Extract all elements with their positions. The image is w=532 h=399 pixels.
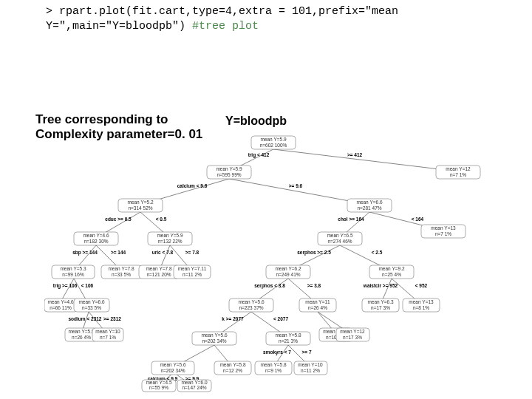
svg-text:n=33 5%: n=33 5% [112, 272, 131, 277]
svg-line-1 [273, 149, 458, 171]
node-n43: mean Y=13 n=8 1% [403, 299, 440, 312]
svg-text:n=147 24%: n=147 24% [182, 385, 206, 390]
svg-text:serphos < 3.8: serphos < 3.8 [254, 283, 285, 289]
svg-text:mean Y=5.2: mean Y=5.2 [127, 200, 154, 205]
node-n161: mean Y=6.0 n=147 24% [177, 380, 211, 392]
svg-text:n=202 34%: n=202 34% [202, 338, 226, 344]
svg-text:mean Y=5.6: mean Y=5.6 [160, 362, 186, 367]
svg-text:mean Y=5.8: mean Y=5.8 [275, 332, 301, 338]
node-n162: mean Y=5.8 n=9 1% [255, 361, 292, 375]
svg-text:mean Y=6.5: mean Y=6.5 [327, 233, 353, 238]
svg-text:mean Y=5.9: mean Y=5.9 [216, 166, 242, 171]
svg-text:< 2.5: < 2.5 [372, 250, 383, 255]
svg-text:n=314 52%: n=314 52% [128, 205, 152, 211]
svg-text:n=26 4%: n=26 4% [72, 335, 91, 340]
svg-text:mean Y=6.6: mean Y=6.6 [356, 200, 383, 205]
svg-text:n=7 1%: n=7 1% [435, 231, 451, 236]
svg-text:n=9 1%: n=9 1% [265, 368, 282, 373]
svg-text:mean Y=6.0: mean Y=6.0 [181, 380, 208, 385]
svg-text:< 952: < 952 [415, 283, 428, 288]
svg-text:smokyrs < 7: smokyrs < 7 [263, 349, 291, 355]
svg-text:n=11 2%: n=11 2% [301, 368, 320, 373]
svg-text:< 106: < 106 [81, 283, 94, 288]
node-n5: mean Y=6.6 n=281 47% chol >= 164 < 164 [338, 199, 423, 222]
svg-text:mean Y=4.5: mean Y=4.5 [146, 380, 172, 385]
svg-text:n=66 11%: n=66 11% [50, 305, 72, 310]
node-n40: mean Y=5.6 n=223 37% k >= 2077 < 2077 [222, 299, 288, 321]
svg-text:n=8 1%: n=8 1% [413, 305, 429, 310]
svg-text:n=249 41%: n=249 41% [276, 272, 300, 277]
svg-text:mean Y=12: mean Y=12 [446, 166, 471, 171]
node-n16: mean Y=5.3 n=99 16% trig >= 106 < 106 [52, 265, 95, 289]
node-n4: mean Y=5.2 n=314 52% educ >= 0.5 < 0.5 [105, 199, 166, 222]
node-n160: mean Y=4.5 n=55 9% [142, 380, 176, 392]
node-n33: mean Y=6.6 n=33 5% sodium < 2312 >= 2312 [69, 299, 122, 321]
svg-text:n=595 99%: n=595 99% [216, 172, 241, 177]
code-comment: #tree plot [192, 20, 259, 33]
chart-title: Y=bloodpb [225, 115, 287, 128]
svg-text:mean Y=13: mean Y=13 [431, 225, 456, 231]
node-n163: mean Y=10 n=11 2% [294, 361, 327, 375]
svg-text:n=182 30%: n=182 30% [83, 239, 108, 244]
svg-text:n=602 100%: n=602 100% [260, 143, 287, 148]
node-n80: mean Y=5.6 n=202 34% [192, 332, 236, 345]
node-n32: mean Y=4.6 n=66 11% [44, 299, 78, 312]
svg-text:>= 412: >= 412 [347, 152, 363, 157]
node-n19: mean Y=7.11 n=11 2% [174, 265, 211, 279]
svg-text:n=26 4%: n=26 4% [308, 305, 327, 310]
caption-line-1: Tree corresponding to [35, 112, 202, 127]
svg-text:n=132 22%: n=132 22% [157, 239, 182, 244]
svg-text:mean Y=5.9: mean Y=5.9 [260, 137, 287, 142]
node-n161p: mean Y=5.8 n=12 2% [214, 361, 251, 375]
svg-text:>= 7: >= 7 [301, 349, 311, 355]
node-n42: mean Y=6.3 n=17 3% [362, 299, 399, 312]
svg-text:n=21 3%: n=21 3% [279, 338, 298, 344]
node-n67: mean Y=10 n=7 1% [92, 328, 123, 341]
svg-text:>= 2312: >= 2312 [103, 316, 121, 321]
svg-text:n=202 34%: n=202 34% [160, 368, 185, 373]
svg-text:mean Y=5.9: mean Y=5.9 [68, 329, 95, 334]
svg-text:mean Y=4.6: mean Y=4.6 [47, 299, 74, 304]
svg-text:n=7 1%: n=7 1% [100, 335, 116, 340]
svg-text:sodium < 2312: sodium < 2312 [69, 316, 102, 321]
svg-text:n=274 46%: n=274 46% [327, 239, 352, 244]
svg-text:mean Y=13: mean Y=13 [409, 299, 434, 304]
node-n21: mean Y=9.2 n=25 4% waistcir >= 952 < 952 [363, 265, 428, 288]
svg-text:mean Y=5.3: mean Y=5.3 [60, 266, 86, 271]
svg-text:n=121 20%: n=121 20% [146, 272, 171, 277]
node-n17: mean Y=7.8 n=33 5% [101, 265, 142, 279]
svg-text:waistcir >= 952: waistcir >= 952 [363, 283, 398, 288]
svg-text:mean Y=5.9: mean Y=5.9 [157, 233, 183, 238]
svg-text:educ >= 0.5: educ >= 0.5 [105, 216, 132, 222]
svg-text:mean Y=6.2: mean Y=6.2 [275, 266, 301, 271]
svg-text:trig >= 106: trig >= 106 [53, 283, 78, 289]
code-line-2a: Y=",main="Y=bloodpb") [46, 20, 192, 33]
node-root: mean Y=5.9 n=602 100% trig < 412 >= 412 [248, 136, 363, 158]
node-n41: mean Y=11 n=26 4% [299, 299, 336, 312]
svg-text:n=25 4%: n=25 4% [382, 272, 401, 277]
svg-text:>= 144: >= 144 [111, 250, 126, 255]
svg-text:mean Y=10: mean Y=10 [298, 362, 323, 367]
node-n2: mean Y=5.9 n=595 99% calcium < 9.6 >= 9.… [177, 166, 303, 188]
svg-text:mean Y=7.11: mean Y=7.11 [178, 266, 207, 271]
svg-text:n=223 37%: n=223 37% [239, 305, 263, 310]
svg-text:mean Y=7.8: mean Y=7.8 [108, 266, 134, 271]
svg-text:mean Y=9.2: mean Y=9.2 [378, 266, 405, 271]
code-line-1: > rpart.plot(fit.cart,type=4,extra = 101… [46, 5, 398, 18]
svg-text:n=7 1%: n=7 1% [450, 172, 466, 177]
svg-text:mean Y=5.6: mean Y=5.6 [238, 299, 265, 304]
node-n20: mean Y=6.2 n=249 41% serphos < 3.8 >= 3.… [254, 265, 321, 289]
svg-text:n=99 16%: n=99 16% [62, 272, 84, 277]
svg-text:>= 3.8: >= 3.8 [307, 283, 321, 288]
svg-text:n=33 5%: n=33 5% [82, 305, 101, 310]
svg-text:n=281 47%: n=281 47% [357, 205, 381, 211]
svg-text:trig < 412: trig < 412 [248, 152, 270, 158]
svg-text:mean Y=12: mean Y=12 [340, 329, 365, 334]
node-n9: mean Y=5.9 n=132 22% uric < 7.8 >= 7.8 [148, 232, 200, 255]
svg-text:sbp >= 144: sbp >= 144 [72, 250, 98, 256]
svg-text:n=17 3%: n=17 3% [343, 335, 362, 340]
svg-text:k >= 2077: k >= 2077 [222, 316, 244, 321]
node-n83: mean Y=12 n=17 3% [336, 328, 369, 341]
svg-text:mean Y=5.6: mean Y=5.6 [201, 332, 228, 338]
node-n8: mean Y=4.6 n=182 30% sbp >= 144 >= 144 [72, 232, 126, 256]
